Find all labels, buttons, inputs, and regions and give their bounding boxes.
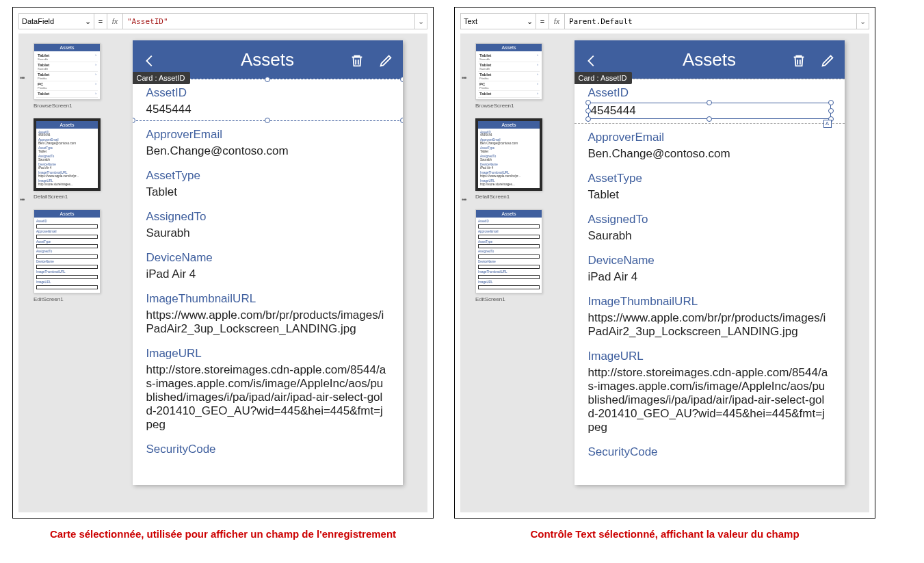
card-approveremail[interactable]: ApproverEmail Ben.Change@contoso.com	[133, 121, 403, 162]
selection-tag[interactable]: Card : AssetID	[575, 72, 633, 84]
left-editor-panel: DataField ⌄ = fx "AssetID" ⌄ ••• Assets …	[12, 7, 434, 519]
thumb-title: Assets	[34, 210, 100, 218]
detail-screen-label: DetailScreen1	[475, 194, 546, 200]
edit-screen-label: EditScreen1	[475, 296, 546, 302]
formula-text: "AssetID"	[127, 17, 168, 26]
card-imagethumbnailurl[interactable]: ImageThumbnailURL https://www.apple.com/…	[133, 285, 403, 340]
field-label: ImageURL	[588, 350, 831, 363]
left-caption: Carte sélectionnée, utilisée pour affich…	[50, 528, 396, 540]
field-value: Tablet	[146, 185, 389, 199]
chevron-down-icon: ⌄	[527, 17, 533, 26]
ellipsis-icon[interactable]: •••	[462, 196, 466, 203]
field-label: ApproverEmail	[588, 131, 831, 144]
selection-tag[interactable]: Card : AssetID	[133, 72, 191, 84]
card-assetid[interactable]: AssetID 4545444 A	[575, 79, 845, 124]
equals-label: =	[94, 17, 107, 25]
thumb-title: Assets	[476, 210, 542, 218]
edit-screen-label: EditScreen1	[34, 296, 105, 302]
pencil-icon[interactable]	[378, 52, 393, 67]
field-value: Saurabh	[146, 226, 389, 240]
formula-input[interactable]: "AssetID"	[123, 14, 414, 29]
property-dropdown[interactable]: DataField ⌄	[19, 14, 94, 29]
formula-expand-icon[interactable]: ⌄	[414, 14, 427, 29]
field-label: SecurityCode	[588, 445, 831, 459]
field-label: AssignedTo	[588, 213, 831, 226]
card-securitycode[interactable]: SecurityCode	[575, 438, 845, 466]
card-approveremail[interactable]: ApproverEmail Ben.Change@contoso.com	[575, 124, 845, 165]
formula-text: Parent.Default	[569, 17, 633, 26]
field-label: AssetID	[146, 86, 389, 100]
equals-label: =	[536, 17, 549, 25]
field-label: DeviceName	[588, 254, 831, 267]
field-label: AssignedTo	[146, 210, 389, 224]
canvas[interactable]: Card : AssetID Assets	[107, 34, 427, 512]
browse-screen-label: BrowseScreen1	[34, 103, 105, 109]
phone-preview: Card : AssetID Assets	[133, 40, 403, 485]
property-label: DataField	[22, 17, 54, 25]
field-label: ImageURL	[146, 347, 389, 361]
field-value: Tablet	[588, 188, 831, 202]
field-value: iPad Air 4	[588, 270, 831, 284]
back-icon[interactable]	[584, 52, 599, 67]
card-assignedto[interactable]: AssignedTo Saurabh	[133, 203, 403, 244]
thumb-title: Assets	[478, 121, 540, 129]
formula-bar: Text ⌄ = fx Parent.Default ⌄	[460, 13, 869, 29]
property-dropdown[interactable]: Text ⌄	[461, 14, 536, 29]
fx-icon[interactable]: fx	[549, 14, 565, 29]
screen-thumbnails: ••• Assets TabletSaurabh› TabletSaurabh›…	[460, 34, 549, 512]
edit-screen-thumb[interactable]: Assets AssetID ApproverEmail AssetType A…	[34, 209, 101, 294]
field-label: AssetID	[588, 86, 831, 100]
pencil-icon[interactable]	[820, 52, 835, 67]
card-assignedto[interactable]: AssignedTo Saurabh	[575, 206, 845, 247]
field-label: ImageThumbnailURL	[588, 295, 831, 309]
card-devicename[interactable]: DeviceName iPad Air 4	[575, 247, 845, 288]
canvas[interactable]: Card : AssetID Assets	[549, 34, 869, 512]
fx-icon[interactable]: fx	[107, 14, 123, 29]
property-label: Text	[464, 17, 477, 25]
thumb-title: Assets	[476, 44, 542, 51]
browse-screen-thumb[interactable]: Assets TabletSaurabh› TabletSaurabh› Tab…	[475, 43, 542, 100]
field-label: ImageThumbnailURL	[146, 292, 389, 306]
card-assetid[interactable]: AssetID 4545444	[133, 79, 403, 121]
field-label: ApproverEmail	[146, 128, 389, 142]
card-securitycode[interactable]: SecurityCode	[133, 436, 403, 463]
ellipsis-icon[interactable]: •••	[20, 75, 24, 81]
card-devicename[interactable]: DeviceName iPad Air 4	[133, 244, 403, 285]
formula-bar: DataField ⌄ = fx "AssetID" ⌄	[18, 13, 427, 29]
trash-icon[interactable]	[791, 52, 806, 67]
card-imageurl[interactable]: ImageURL http://store.storeimages.cdn-ap…	[133, 340, 403, 436]
card-assettype[interactable]: AssetType Tablet	[575, 165, 845, 206]
field-value: Ben.Change@contoso.com	[146, 144, 389, 158]
field-value: https://www.apple.com/br/pr/products/ima…	[588, 311, 831, 339]
ellipsis-icon[interactable]: •••	[462, 75, 466, 81]
detail-screen-label: DetailScreen1	[34, 194, 105, 200]
right-caption: Contrôle Text sélectionné, affichant la …	[530, 528, 799, 540]
browse-screen-label: BrowseScreen1	[475, 103, 546, 109]
field-value: https://www.apple.com/br/pr/products/ima…	[146, 309, 389, 336]
card-assettype[interactable]: AssetType Tablet	[133, 162, 403, 203]
field-value: Saurabh	[588, 229, 831, 243]
field-label: AssetType	[146, 169, 389, 183]
field-value: 4545444	[591, 104, 636, 117]
text-badge-icon: A	[823, 120, 832, 128]
browse-screen-thumb[interactable]: Assets TabletSaurabh› TabletSaurabh› Tab…	[34, 43, 101, 100]
text-control-selected[interactable]: 4545444 A	[588, 103, 831, 119]
field-value[interactable]: 4545444	[146, 103, 389, 116]
field-value: http://store.storeimages.cdn-apple.com/8…	[146, 363, 389, 432]
thumb-title: Assets	[36, 121, 98, 129]
card-imageurl[interactable]: ImageURL http://store.storeimages.cdn-ap…	[575, 343, 845, 438]
edit-screen-thumb[interactable]: Assets AssetID ApproverEmail AssetType A…	[475, 209, 542, 294]
back-icon[interactable]	[142, 52, 157, 67]
formula-input[interactable]: Parent.Default	[565, 14, 856, 29]
right-editor-panel: Text ⌄ = fx Parent.Default ⌄ ••• Assets …	[454, 7, 875, 519]
field-label: SecurityCode	[146, 443, 389, 456]
ellipsis-icon[interactable]: •••	[20, 196, 24, 203]
formula-expand-icon[interactable]: ⌄	[856, 14, 869, 29]
card-imagethumbnailurl[interactable]: ImageThumbnailURL https://www.apple.com/…	[575, 288, 845, 343]
screen-thumbnails: ••• Assets TabletSaurabh› TabletSaurabh›…	[18, 34, 107, 512]
trash-icon[interactable]	[349, 52, 365, 67]
field-value: http://store.storeimages.cdn-apple.com/8…	[588, 366, 831, 434]
detail-screen-thumb[interactable]: Assets AssetID4545444 ApproverEmailBen.C…	[475, 118, 542, 191]
detail-screen-thumb[interactable]: Assets AssetID4545444 ApproverEmailBen.C…	[34, 118, 101, 191]
chevron-down-icon: ⌄	[85, 17, 91, 26]
